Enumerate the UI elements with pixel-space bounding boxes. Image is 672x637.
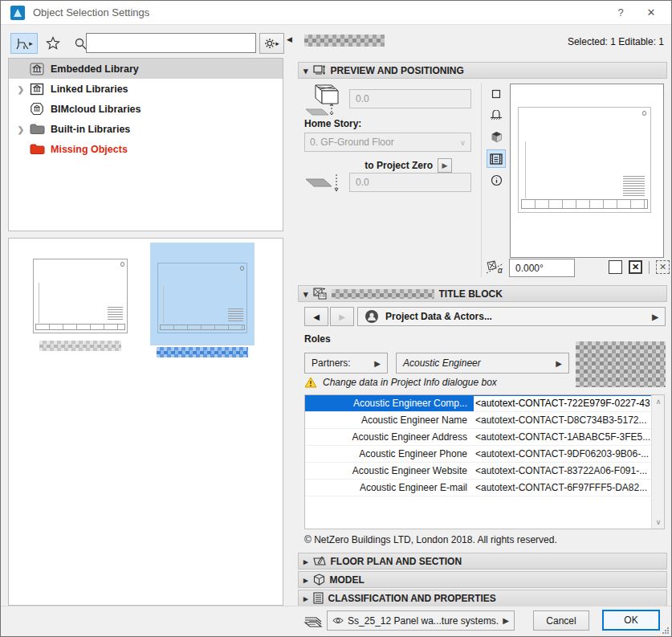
settings-menu-button[interactable]: ▸ <box>259 33 284 54</box>
ok-button[interactable]: OK <box>602 610 660 631</box>
preview-mode-2d-symbol[interactable] <box>487 84 506 103</box>
search-input[interactable] <box>86 33 256 53</box>
section-title: MODEL <box>330 574 365 586</box>
rotation-angle-input[interactable]: 0.000° <box>509 259 575 277</box>
flyout-arrow-icon: ▸ <box>29 39 33 47</box>
preview-mode-strip <box>486 84 507 190</box>
sheet-mark <box>120 262 124 267</box>
nav-next-button-disabled[interactable]: ▶ <box>330 307 354 326</box>
folder-icon <box>28 122 46 137</box>
bottom-elevation-input[interactable]: 0.0 <box>349 173 471 192</box>
preview-mode-info[interactable] <box>487 171 506 190</box>
mirror-controls: ✕ ✕ <box>609 260 670 274</box>
tree-item-linked-libraries[interactable]: Linked Libraries <box>9 79 283 99</box>
table-row[interactable]: Acoustic Engineer E-mail <autotext-CONTA… <box>305 480 664 496</box>
partners-dropdown[interactable]: Partners: ▶ <box>304 353 388 374</box>
expand-chevron-icon[interactable] <box>15 124 26 135</box>
library-toolbar: ▸ <box>10 33 92 54</box>
table-row[interactable]: Acoustic Engineer Website <autotext-CONT… <box>305 463 664 480</box>
expand-arrow-icon <box>303 574 308 586</box>
to-project-zero-flyout-button[interactable]: ▶ <box>438 158 452 173</box>
object-thumbnail-list <box>8 238 283 606</box>
scroll-up-icon[interactable]: ∧ <box>652 395 665 408</box>
flyout-arrow-icon: ▸ <box>275 39 279 47</box>
tree-item-label: Embedded Library <box>51 63 139 75</box>
warning-row: Change data in Project Info dialogue box <box>304 377 497 388</box>
collapse-arrow-icon <box>303 65 308 76</box>
parameters-table: Acoustic Engineer Comp... <autotext-CONT… <box>304 394 665 529</box>
collapse-left-panel-arrow[interactable] <box>287 33 295 43</box>
eye-icon <box>332 616 344 625</box>
section-header-model[interactable]: MODEL <box>298 571 667 588</box>
tree-item-embedded-library[interactable]: Embedded Library <box>9 59 283 79</box>
tree-item-missing-objects[interactable]: Missing Objects <box>9 139 283 159</box>
layers-icon <box>303 611 324 631</box>
favorites-button[interactable] <box>41 33 65 54</box>
search-field-wrap <box>86 33 256 53</box>
expand-chevron-icon[interactable] <box>15 84 26 95</box>
table-scrollbar[interactable]: ∧ ∨ <box>651 395 664 529</box>
thumbnail-item-selected[interactable] <box>150 243 255 345</box>
section-header-floor-plan[interactable]: FLOOR PLAN AND SECTION <box>298 553 667 570</box>
flyout-arrow-icon: ▶ <box>652 312 658 321</box>
help-button[interactable]: ? <box>607 1 634 25</box>
tree-item-built-in-libraries[interactable]: Built-in Libraries <box>9 119 283 139</box>
table-row[interactable]: Acoustic Engineer Phone <autotext-CONTAC… <box>305 446 664 463</box>
embedded-library-icon <box>28 62 46 76</box>
param-value[interactable]: <autotext-CONTACT-6F97FFF5-DA82... <box>474 482 664 493</box>
param-value[interactable]: <autotext-CONTACT-1ABABC5F-3FE5... <box>474 431 664 443</box>
thumbnail-item[interactable] <box>25 253 136 351</box>
search-icon <box>74 37 88 51</box>
role-dropdown[interactable]: Acoustic Engineer ▶ <box>396 353 569 374</box>
preview-mode-picture[interactable] <box>487 149 506 168</box>
preview-positioning-icon <box>313 64 326 76</box>
titleblock-sheet-preview <box>518 107 651 213</box>
elevation-icon <box>490 110 503 121</box>
star-icon <box>46 36 60 51</box>
actors-avatar-icon <box>365 309 379 324</box>
tree-item-label: BIMcloud Libraries <box>51 104 141 115</box>
page-selector-button[interactable]: Project Data & Actors... ▶ <box>357 307 666 326</box>
param-value[interactable]: <autotext-CONTACT-722E979F-0227-43 <box>474 396 653 411</box>
arrow-right-icon: ▶ <box>339 312 345 321</box>
mirror-on-checkbox[interactable]: ✕ <box>629 260 642 274</box>
home-story-dropdown[interactable]: 0. GF-Ground Floor ∨ <box>304 133 471 152</box>
param-value[interactable]: <autotext-CONTACT-D8C734B3-5172... <box>474 414 664 426</box>
param-value[interactable]: <autotext-CONTACT-9DF06203-9B06-... <box>474 448 664 459</box>
warning-icon <box>304 377 317 388</box>
flyout-arrow-icon: ▶ <box>374 359 381 368</box>
page-selector-label: Project Data & Actors... <box>385 311 492 322</box>
mirror-preview-checkbox[interactable]: ✕ <box>656 260 670 274</box>
resize-grip[interactable] <box>662 627 670 635</box>
preview-mode-front-view[interactable] <box>487 106 506 125</box>
flyout-arrow-icon: ▶ <box>503 616 509 625</box>
table-row[interactable]: Acoustic Engineer Address <autotext-CONT… <box>305 429 664 446</box>
title-block-name-redacted <box>332 289 434 299</box>
cancel-button[interactable]: Cancel <box>533 610 589 631</box>
table-row[interactable]: Acoustic Engineer Comp... <autotext-CONT… <box>305 395 664 412</box>
expand-arrow-icon <box>303 593 308 604</box>
roles-label: Roles <box>304 333 331 345</box>
top-elevation-input[interactable]: 0.0 <box>349 89 471 108</box>
sheet-mark <box>240 266 244 271</box>
close-button[interactable]: ✕ <box>637 1 665 25</box>
object-type-button[interactable]: ▸ <box>10 33 38 54</box>
table-row[interactable]: Acoustic Engineer Name <autotext-CONTACT… <box>305 412 664 429</box>
title-block-icon <box>313 288 327 300</box>
param-value[interactable]: <autotext-CONTACT-83722A06-F091-... <box>474 465 664 476</box>
object-selection-settings-dialog: Object Selection Settings ? ✕ ▸ <box>0 0 672 637</box>
section-header-title-block[interactable]: TITLE BLOCK <box>298 285 667 302</box>
section-header-preview-positioning[interactable]: PREVIEW AND POSITIONING <box>298 62 667 79</box>
nav-previous-button[interactable]: ◀ <box>304 307 328 326</box>
sheet-notes <box>108 307 124 321</box>
preview-mode-3d-view[interactable] <box>487 128 506 146</box>
tree-item-bimcloud-libraries[interactable]: BIMcloud Libraries <box>9 99 283 119</box>
cube-3d-icon <box>491 131 503 143</box>
title-bar[interactable]: Object Selection Settings ? ✕ <box>1 1 671 25</box>
mirror-none-checkbox[interactable] <box>609 260 622 274</box>
object-preview-area[interactable] <box>510 84 664 258</box>
layer-combo[interactable]: Ss_25_12 Panel wa...ture systems.ARC ▶ <box>327 610 515 631</box>
section-header-classification[interactable]: CLASSIFICATION AND PROPERTIES <box>298 590 667 606</box>
scroll-down-icon[interactable]: ∨ <box>652 516 665 529</box>
sheet-notes <box>623 176 646 197</box>
